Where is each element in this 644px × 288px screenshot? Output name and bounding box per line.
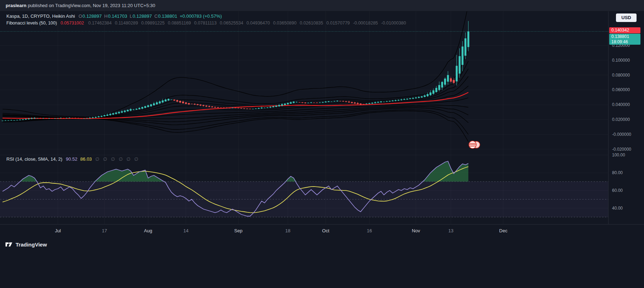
fibonacci-level-value: -0.01000380 [381, 21, 406, 26]
footer: TradingView [0, 236, 644, 288]
chart-canvas[interactable] [0, 0, 608, 236]
axis-label: 40.00 [612, 206, 623, 211]
tradingview-logo-icon [5, 240, 13, 248]
ohlc-value: 0.128897 [82, 13, 102, 19]
rsi-ma-value: 86.03 [80, 156, 92, 162]
indicator-watermark-icon [469, 141, 480, 149]
time-axis-day-label: 13 [448, 228, 453, 233]
ohlc-value: 0.138801 [158, 13, 177, 19]
time-axis-month-label: Sep [234, 228, 242, 233]
fibonacci-indicator-title[interactable]: Fibonacci levels (50, 100) [6, 21, 57, 26]
price-axis[interactable]: USD 0.1200000.1000000.0800000.0600000.04… [608, 11, 644, 236]
fibonacci-primary-value: 0.05731002 [60, 21, 84, 26]
time-axis-day-label: 16 [367, 228, 372, 233]
ohlc-values: O0.128897H0.141703L0.128897C0.138801 [78, 13, 180, 19]
rsi-overbought-fill [2, 161, 468, 182]
rsi-empty-values: ∅ ∅ ∅ ∅ ∅ ∅ [95, 156, 138, 162]
axis-label: -0.020000 [612, 147, 631, 152]
time-axis-day-label: 18 [285, 228, 290, 233]
last-price-value: 0.138801 [611, 34, 638, 39]
axis-label: 100.00 [612, 153, 625, 157]
currency-toggle-button[interactable]: USD [616, 13, 637, 22]
axis-label: 0.020000 [612, 117, 630, 122]
time-axis[interactable]: Jul17Aug14Sep18Oct16Nov13Dec [0, 224, 644, 236]
fibonacci-level-value: 0.03650890 [273, 21, 296, 26]
axis-label: 0.060000 [612, 87, 630, 92]
high-price-badge: 0.140342 [609, 27, 640, 33]
axis-label: 80.00 [612, 170, 623, 175]
bar-close-countdown: 18:09:46 [611, 39, 638, 45]
price-change: +0.000783 (+0.57%) [180, 13, 222, 19]
time-axis-month-label: Nov [412, 228, 420, 233]
ohlc-label: C [154, 13, 158, 19]
publish-bar: praslearn published on TradingView.com, … [0, 0, 644, 11]
rsi-indicator-title[interactable]: RSI (14, close, SMA, 14, 2) [6, 156, 62, 162]
publisher-username[interactable]: praslearn [6, 3, 27, 8]
ohlc-label: O [78, 13, 82, 19]
tradingview-brand[interactable]: TradingView [5, 240, 47, 248]
time-axis-day-label: 14 [184, 228, 189, 233]
ma50-line [2, 93, 468, 119]
last-price-badge: 0.138801 18:09:46 [609, 34, 640, 45]
time-axis-month-label: Dec [499, 228, 507, 233]
fibonacci-level-value: 0.08851169 [168, 21, 191, 26]
fibonacci-level-value: 0.07811113 [194, 21, 217, 26]
time-axis-month-label: Jul [55, 228, 61, 233]
rsi-legend: RSI (14, close, SMA, 14, 2)90.5286.03∅ ∅… [6, 156, 138, 162]
axis-label: -0.000000 [612, 132, 631, 137]
fibonacci-level-value: 0.01570779 [326, 21, 350, 26]
fibonacci-level-value: 0.06525534 [220, 21, 243, 26]
fibonacci-level-value: 0.17462384 [88, 21, 111, 26]
rsi-value: 90.52 [66, 156, 78, 162]
axis-label: 0.080000 [612, 73, 630, 78]
fibonacci-level-value: -0.00018285 [353, 21, 378, 26]
axis-label: 0.040000 [612, 102, 630, 107]
ohlc-label: H [104, 13, 108, 19]
fibonacci-level-value: 0.11480289 [115, 21, 138, 26]
ohlc-value: 0.128897 [132, 13, 152, 19]
ohlc-label: L [130, 13, 132, 19]
time-axis-day-label: 17 [102, 228, 107, 233]
axis-label: 60.00 [612, 188, 623, 193]
ohlc-value: 0.141703 [108, 13, 127, 19]
fibonacci-level-values: 0.174623840.114802890.098912250.08851169… [88, 20, 409, 26]
time-axis-month-label: Oct [322, 228, 329, 233]
fibonacci-level-value: 0.09891225 [141, 21, 165, 26]
fibonacci-level-value: 0.02610835 [300, 21, 323, 26]
publish-bar-text: published on TradingView.com, Nov 19, 20… [27, 3, 155, 8]
time-axis-month-label: Aug [144, 228, 152, 233]
symbol-title[interactable]: Kaspa, 1D, CRYPTO, Heikin Ashi [6, 13, 75, 19]
fibonacci-level-value: 0.04936470 [246, 21, 270, 26]
symbol-legend: Kaspa, 1D, CRYPTO, Heikin AshiO0.128897H… [6, 13, 224, 19]
fibonacci-legend: Fibonacci levels (50, 100)0.057310020.17… [6, 20, 409, 26]
axis-label: 0.100000 [612, 58, 630, 63]
brand-text: TradingView [16, 242, 47, 248]
